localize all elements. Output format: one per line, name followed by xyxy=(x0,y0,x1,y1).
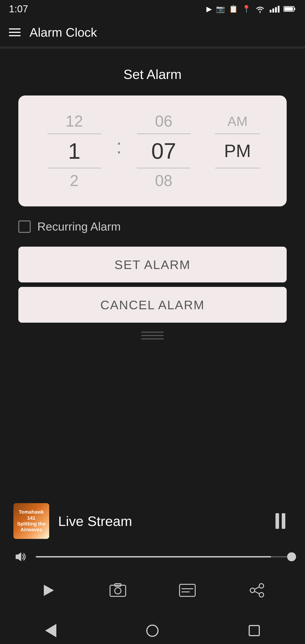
caption-control-button[interactable] xyxy=(174,579,201,602)
top-divider xyxy=(0,47,305,49)
hour-below: 2 xyxy=(70,168,79,193)
ampm-current: PM xyxy=(224,136,251,166)
pause-button[interactable] xyxy=(269,510,292,532)
svg-line-19 xyxy=(255,592,259,594)
time-picker-row: 12 1 2 : 06 07 08 AM PM xyxy=(27,109,278,193)
play-control-button[interactable] xyxy=(35,579,62,602)
svg-marker-8 xyxy=(44,585,54,596)
volume-row xyxy=(14,550,292,564)
hour-column[interactable]: 12 1 2 xyxy=(38,109,110,193)
hour-above: 12 xyxy=(66,109,83,134)
ampm-line-top xyxy=(215,134,260,134)
svg-rect-12 xyxy=(180,584,195,596)
volume-thumb xyxy=(287,552,296,561)
photo-control-button[interactable] xyxy=(104,579,131,602)
recents-icon xyxy=(249,625,260,636)
nav-bar xyxy=(0,617,305,644)
camera-icon: 📷 xyxy=(216,5,225,13)
svg-marker-7 xyxy=(16,552,21,561)
minute-line-top xyxy=(137,134,190,134)
svg-rect-1 xyxy=(272,8,274,12)
time-separator: : xyxy=(110,135,128,167)
media-player: Tomahawk 141Splitting the Airwaves Live … xyxy=(0,496,305,617)
status-bar: 1:07 ▶ 📷 📋 📍 xyxy=(0,0,305,18)
status-icons: ▶ 📷 📋 📍 xyxy=(206,5,296,13)
minute-current: 07 xyxy=(151,136,176,166)
volume-fill xyxy=(36,556,271,558)
recurring-checkbox[interactable] xyxy=(18,220,31,233)
page-title: Set Alarm xyxy=(124,67,182,82)
home-icon xyxy=(146,624,158,637)
location-icon: 📍 xyxy=(242,5,251,13)
drag-handle xyxy=(141,332,164,340)
media-thumbnail: Tomahawk 141Splitting the Airwaves xyxy=(14,503,49,539)
svg-line-18 xyxy=(255,587,259,589)
svg-rect-6 xyxy=(284,7,293,11)
menu-button[interactable] xyxy=(9,28,20,36)
battery-icon xyxy=(284,6,296,12)
thumbnail-text: Tomahawk 141Splitting the Airwaves xyxy=(14,507,49,535)
minute-column[interactable]: 06 07 08 xyxy=(128,109,200,193)
minute-above: 06 xyxy=(155,109,172,134)
set-alarm-button[interactable]: SET ALARM xyxy=(18,247,287,282)
media-icon: ▶ xyxy=(206,5,212,13)
svg-point-15 xyxy=(259,584,264,588)
svg-point-17 xyxy=(259,592,264,597)
pause-icon xyxy=(276,513,285,529)
cancel-alarm-button[interactable]: CANCEL ALARM xyxy=(18,287,287,323)
svg-rect-0 xyxy=(270,10,272,12)
wifi-icon xyxy=(255,5,265,13)
media-row: Tomahawk 141Splitting the Airwaves Live … xyxy=(14,503,292,539)
volume-icon xyxy=(14,550,29,564)
hour-current: 1 xyxy=(68,136,80,166)
media-title: Live Stream xyxy=(58,513,260,529)
svg-rect-3 xyxy=(278,6,280,12)
volume-slider[interactable] xyxy=(36,556,292,558)
signal-icon xyxy=(269,5,280,13)
time-picker: 12 1 2 : 06 07 08 AM PM xyxy=(18,96,287,206)
back-button[interactable] xyxy=(28,622,73,640)
clipboard-icon: 📋 xyxy=(229,5,238,13)
svg-point-10 xyxy=(115,588,121,594)
svg-rect-9 xyxy=(110,585,126,596)
svg-rect-5 xyxy=(294,8,295,10)
bottom-controls xyxy=(14,575,292,610)
hour-line-top xyxy=(48,134,101,134)
recents-button[interactable] xyxy=(232,622,276,640)
ampm-above: AM xyxy=(228,109,248,134)
share-control-button[interactable] xyxy=(244,579,270,602)
app-bar-title: Alarm Clock xyxy=(30,25,97,40)
recurring-alarm-row: Recurring Alarm xyxy=(18,220,287,233)
back-icon xyxy=(45,624,56,637)
recurring-label: Recurring Alarm xyxy=(37,220,121,233)
ampm-column[interactable]: AM PM xyxy=(208,109,266,193)
svg-point-16 xyxy=(250,588,255,592)
app-bar: Alarm Clock xyxy=(0,18,305,47)
svg-rect-2 xyxy=(275,7,277,12)
status-time: 1:07 xyxy=(9,3,28,14)
ampm-line-bottom xyxy=(215,168,260,168)
main-content: Set Alarm 12 1 2 : 06 07 08 xyxy=(0,49,305,496)
home-button[interactable] xyxy=(130,622,175,640)
minute-below: 08 xyxy=(155,168,172,193)
